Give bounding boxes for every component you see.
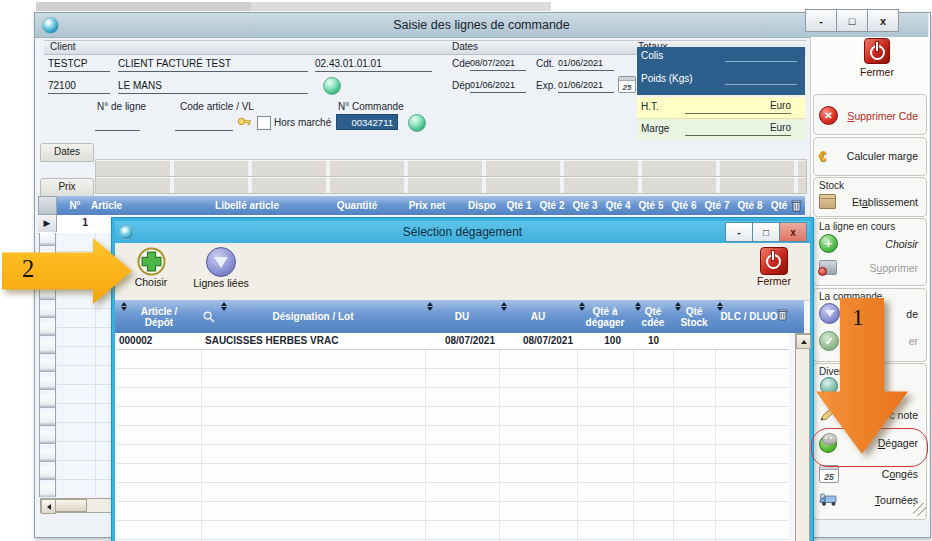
etablissement-button[interactable]: Etablissement xyxy=(819,194,923,209)
marge-value-field[interactable] xyxy=(685,135,791,136)
sort-icon[interactable] xyxy=(221,302,229,313)
sort-icon[interactable] xyxy=(501,302,509,313)
client-code-field[interactable]: TESTCP xyxy=(48,57,110,72)
code-article-input[interactable] xyxy=(175,116,233,131)
calendar-button[interactable]: 25 xyxy=(618,76,636,93)
dialog-table-row[interactable]: 000002 SAUCISSES HERBES VRAC 08/07/2021 … xyxy=(117,333,789,350)
dcol-article[interactable]: Article / Dépôt xyxy=(117,300,201,333)
lignes-liees-button[interactable]: Lignes liées xyxy=(187,247,255,289)
supprimer-cde-button[interactable]: ✕ Supprimer Cde xyxy=(813,94,927,135)
col-qte3[interactable]: Qté 3 xyxy=(570,196,600,215)
client-city-field[interactable]: LE MANS xyxy=(118,79,308,94)
col-qte5[interactable]: Qté 5 xyxy=(636,196,666,215)
col-qte2[interactable]: Qté 2 xyxy=(537,196,567,215)
poids-value-field[interactable] xyxy=(725,73,797,85)
dates-cells-row-2[interactable] xyxy=(95,176,807,194)
cell-qad: 100 xyxy=(577,333,633,349)
sort-icon[interactable] xyxy=(717,302,725,313)
dialog-controls: - □ x xyxy=(726,222,807,242)
col-qte7[interactable]: Qté 7 xyxy=(702,196,732,215)
ht-value-field[interactable] xyxy=(685,113,791,114)
dialog-trash-icon[interactable] xyxy=(777,308,788,321)
dialog-maximize-button[interactable]: □ xyxy=(752,222,780,242)
sort-icon[interactable] xyxy=(427,302,435,313)
horizontal-scrollbar[interactable] xyxy=(40,498,113,513)
dcol-du[interactable]: DU xyxy=(425,300,499,333)
dcol-dlc[interactable]: DLC / DLUO xyxy=(715,300,783,333)
col-num[interactable]: N° xyxy=(61,196,89,215)
dialog-minimize-button[interactable]: - xyxy=(725,222,753,242)
cde-date-field[interactable]: 08/07/2021 xyxy=(470,56,526,71)
red-x-icon: ✕ xyxy=(819,106,838,125)
close-button[interactable]: x xyxy=(867,9,899,32)
client-postal-field[interactable]: 72100 xyxy=(48,79,110,94)
dcol-au[interactable]: AU xyxy=(499,300,577,333)
col-prixnet[interactable]: Prix net xyxy=(402,196,452,215)
col-qte1[interactable]: Qté 1 xyxy=(504,196,534,215)
num-ligne-input[interactable] xyxy=(95,116,140,131)
dates-tab[interactable]: Dates xyxy=(40,143,94,162)
client-lookup-ball-icon[interactable] xyxy=(323,77,341,95)
selection-degagement-dialog: Sélection dégagement - □ x Choisir Ligne… xyxy=(112,218,813,541)
dcol-designation[interactable]: Désignation / Lot xyxy=(201,300,425,333)
col-qte6[interactable]: Qté 6 xyxy=(669,196,699,215)
tournees-button[interactable]: Tournées xyxy=(819,492,923,507)
dialog-column-line xyxy=(499,350,500,541)
conges-button[interactable]: 25 Congés xyxy=(819,465,923,483)
scroll-up-button[interactable] xyxy=(796,334,811,349)
col-article[interactable]: Article xyxy=(91,196,151,215)
num-commande-value[interactable]: 00342711 xyxy=(336,114,398,130)
fermer-button[interactable]: Fermer xyxy=(846,38,908,78)
sort-icon[interactable] xyxy=(579,302,587,313)
dialog-table-empty-rows[interactable] xyxy=(117,350,789,541)
lignes-liees-icon xyxy=(206,247,236,277)
scroll-left-button[interactable] xyxy=(41,499,56,514)
grid-trash-icon[interactable] xyxy=(791,199,802,212)
dep-date-field[interactable]: 01/06/2021 xyxy=(470,78,526,93)
col-qte4[interactable]: Qté 4 xyxy=(603,196,633,215)
row-number: 1 xyxy=(60,216,88,228)
dialog-table-header: Article / Dépôt Désignation / Lot DU AU … xyxy=(115,300,804,333)
sort-icon[interactable] xyxy=(675,302,683,313)
hors-marche-checkbox[interactable] xyxy=(257,116,271,130)
resize-grip[interactable] xyxy=(913,503,926,516)
client-phone-field[interactable]: 02.43.01.01.01 xyxy=(315,57,432,72)
minimize-button[interactable]: - xyxy=(805,9,837,32)
marge-unit-label: Euro xyxy=(770,122,791,133)
colis-value-field[interactable] xyxy=(725,50,797,62)
cell-du: 08/07/2021 xyxy=(425,333,499,349)
col-dispo[interactable]: Dispo xyxy=(462,196,502,215)
num-ligne-label: N° de ligne xyxy=(97,101,146,112)
ligne-group-label: La ligne en cours xyxy=(819,221,895,232)
dialog-close-button[interactable]: x xyxy=(779,222,807,242)
dialog-column-line xyxy=(425,350,426,541)
app-icon xyxy=(42,17,59,34)
col-libelle[interactable]: Libellé article xyxy=(187,196,307,215)
supprimer-ligne-button[interactable]: Supprimer xyxy=(819,260,923,275)
calculer-marge-button[interactable]: € Calculer marge xyxy=(813,137,927,176)
fermer-label: Fermer xyxy=(860,66,894,78)
dialog-fermer-button[interactable]: Fermer xyxy=(748,247,800,287)
ht-band: H.T. Euro xyxy=(637,97,805,119)
dialog-choisir-button[interactable]: Choisir xyxy=(125,247,177,288)
prix-tab[interactable]: Prix xyxy=(40,178,94,197)
truck-icon xyxy=(819,492,841,507)
scrollbar-thumb[interactable] xyxy=(55,499,87,512)
col-qte8[interactable]: Qté 8 xyxy=(735,196,765,215)
col-quantite[interactable]: Quantité xyxy=(327,196,387,215)
sort-icon[interactable] xyxy=(635,302,643,313)
maximize-button[interactable]: □ xyxy=(836,9,868,32)
col-qte[interactable]: Qté xyxy=(767,196,791,215)
dialog-titlebar[interactable]: Sélection dégagement - □ x xyxy=(115,221,810,244)
key-icon[interactable] xyxy=(237,114,252,129)
choisir-ligne-button[interactable]: + Choisir xyxy=(819,234,923,253)
annotation-step-1-label: 1 xyxy=(852,304,864,331)
dialog-vertical-scrollbar[interactable] xyxy=(795,333,810,541)
exp-date-field[interactable]: 01/06/2021 xyxy=(558,78,614,93)
main-titlebar[interactable]: Saisie des lignes de commande xyxy=(35,13,928,38)
commande-lookup-ball-icon[interactable] xyxy=(408,114,426,132)
poids-label: Poids (Kgs) xyxy=(641,73,693,84)
client-name-field[interactable]: CLIENT FACTURÉ TEST xyxy=(118,57,308,72)
dates-cells-row[interactable] xyxy=(95,159,807,177)
cdt-date-field[interactable]: 01/06/2021 xyxy=(558,56,614,71)
